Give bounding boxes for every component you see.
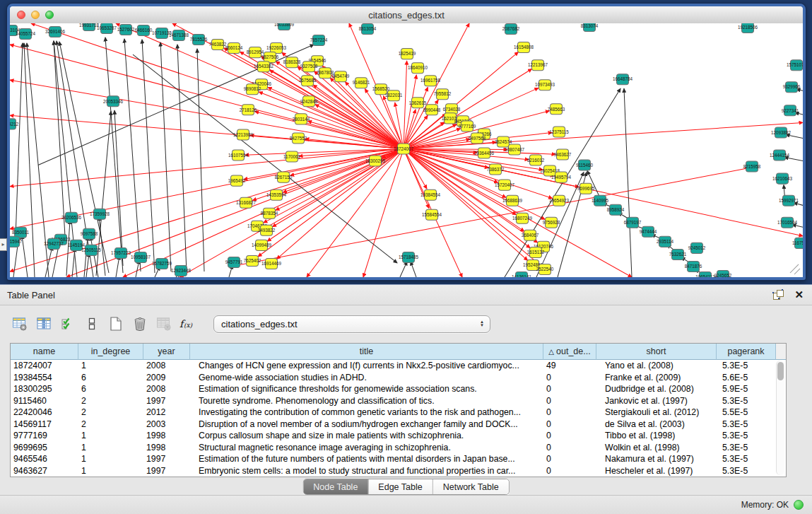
network-node[interactable]: 12375115 xyxy=(549,127,569,137)
table-row[interactable]: 946554611997Estimation of the future num… xyxy=(11,453,786,465)
network-node[interactable]: 9245012 xyxy=(688,243,706,253)
network-node[interactable]: 20053346 xyxy=(103,96,123,107)
column-header-name[interactable]: name xyxy=(11,344,78,360)
column-header-title[interactable]: title xyxy=(190,344,543,360)
table-row[interactable]: 911546021997Tourette syndrome. Phenomeno… xyxy=(11,395,786,407)
network-node[interactable]: 10653287 xyxy=(97,23,117,34)
red-edge[interactable] xyxy=(255,112,404,149)
table-row[interactable]: 1830029562008Estimation of significance … xyxy=(11,383,786,395)
column-header-out-de-[interactable]: △out_de... xyxy=(543,344,596,360)
black-edge[interactable] xyxy=(90,237,98,277)
network-node[interactable]: 9227341 xyxy=(782,105,799,116)
network-node[interactable]: 6466160 xyxy=(135,25,153,36)
black-edge[interactable] xyxy=(99,217,105,276)
red-edge[interactable] xyxy=(180,148,404,277)
network-node[interactable]: 8813054 xyxy=(359,24,377,35)
network-node[interactable]: 2087682 xyxy=(502,24,520,35)
network-node[interactable]: 3684067 xyxy=(522,230,539,240)
network-node[interactable]: 10688639 xyxy=(502,195,522,206)
network-node[interactable]: 14671388 xyxy=(169,30,189,41)
resize-grip[interactable] xyxy=(790,264,800,274)
network-node[interactable]: 9146821 xyxy=(353,78,370,88)
network-node[interactable]: 2522540 xyxy=(536,264,554,274)
red-edge[interactable] xyxy=(258,148,404,256)
network-node[interactable]: 32691406 xyxy=(45,27,65,37)
black-edge[interactable] xyxy=(624,88,632,277)
column-header-pagerank[interactable]: pagerank xyxy=(717,344,776,360)
network-node[interactable]: 12093882 xyxy=(771,127,791,138)
function-builder-button[interactable]: f (x) xyxy=(178,315,198,333)
network-node[interactable]: 16648784 xyxy=(613,74,632,85)
network-node[interactable]: 2718126 xyxy=(240,105,257,115)
table-row[interactable]: 1938455462009Genome-wide association stu… xyxy=(11,372,786,384)
network-node[interactable]: 1167533 xyxy=(792,238,803,248)
network-node[interactable]: 16033809 xyxy=(274,23,294,30)
network-node[interactable]: 8313074 xyxy=(581,23,599,32)
network-node[interactable]: 18640910 xyxy=(408,63,428,74)
create-column-button[interactable] xyxy=(106,315,126,333)
tab-network-table[interactable]: Network Table xyxy=(433,479,509,494)
tab-node-table[interactable]: Node Table xyxy=(303,479,367,494)
network-node[interactable]: 17016504 xyxy=(777,217,797,228)
black-edge[interactable] xyxy=(105,37,123,273)
network-node[interactable]: 7485663 xyxy=(548,104,565,115)
close-window-button[interactable] xyxy=(17,11,25,19)
network-node[interactable]: 1140995 xyxy=(592,195,609,206)
network-node[interactable]: 9245652 xyxy=(714,270,732,277)
select-columns-button[interactable] xyxy=(58,315,78,333)
network-node[interactable]: 8454749 xyxy=(332,71,350,82)
network-node[interactable]: 10973493 xyxy=(535,80,555,90)
network-node[interactable]: 16782759 xyxy=(152,258,172,269)
red-edge[interactable] xyxy=(10,148,404,186)
network-node[interactable]: 9329966 xyxy=(783,82,801,93)
tab-edge-table[interactable]: Edge Table xyxy=(367,479,432,494)
network-node[interactable]: 8990448 xyxy=(423,105,441,115)
network-node[interactable]: 7815526 xyxy=(190,35,208,45)
network-node[interactable]: 15584554 xyxy=(422,209,442,220)
network-node[interactable]: 7857224 xyxy=(310,35,328,46)
network-node[interactable]: 7955812 xyxy=(434,89,452,100)
network-node[interactable]: 2803144 xyxy=(293,114,310,124)
network-node[interactable]: 16154808 xyxy=(514,42,534,53)
network-node[interactable]: 19218506 xyxy=(738,23,758,33)
black-edge[interactable] xyxy=(16,43,23,238)
black-edge[interactable] xyxy=(177,45,187,273)
black-edge[interactable] xyxy=(22,235,28,277)
vertical-scrollbar[interactable] xyxy=(776,361,784,475)
network-node[interactable]: 9463627 xyxy=(554,149,572,160)
network-node[interactable]: 10654112 xyxy=(695,271,715,277)
network-node[interactable]: 8878354 xyxy=(261,208,278,218)
network-node[interactable]: 8186328 xyxy=(283,57,301,68)
table-row[interactable]: 1872400712008Changes of HCN gene express… xyxy=(11,360,786,372)
scrollbar-thumb[interactable] xyxy=(777,362,784,380)
column-header-year[interactable]: year xyxy=(143,344,190,360)
column-header-short[interactable]: short xyxy=(596,344,717,360)
row-height-button[interactable] xyxy=(82,315,102,333)
network-node[interactable]: 9115460 xyxy=(576,160,594,170)
network-window-titlebar[interactable]: citations_edges.txt xyxy=(10,6,803,24)
black-edge[interactable] xyxy=(86,253,89,277)
red-edge[interactable] xyxy=(172,23,404,148)
black-edge[interactable] xyxy=(114,110,123,266)
black-edge[interactable] xyxy=(142,40,155,273)
network-node[interactable]: 8958924 xyxy=(607,204,625,215)
black-edge[interactable] xyxy=(400,262,407,277)
table-row[interactable]: 969969511998Structural magnetic resonanc… xyxy=(11,442,786,454)
table-row[interactable]: 946362711997Embryonic stem cells: a mode… xyxy=(11,465,786,477)
network-node[interactable]: 2935114 xyxy=(657,236,674,247)
red-edge[interactable] xyxy=(259,92,404,149)
network-node[interactable]: 8471876 xyxy=(685,261,702,271)
column-header-in-degree[interactable]: in_degree xyxy=(78,344,143,360)
network-node[interactable]: 15718485 xyxy=(399,252,418,262)
black-edge[interactable] xyxy=(411,262,416,277)
network-node[interactable]: 17359928 xyxy=(90,209,110,219)
network-node[interactable]: 19384554 xyxy=(420,189,440,200)
network-node[interactable]: 8215958 xyxy=(743,161,761,172)
red-edge[interactable] xyxy=(10,148,404,271)
table-selector-dropdown[interactable]: citations_edges.txt ▲▼ xyxy=(213,315,490,333)
network-node[interactable]: 15751074 xyxy=(787,60,803,71)
zoom-window-button[interactable] xyxy=(45,11,54,19)
table-row[interactable]: 977716911998Corpus callosum shape and si… xyxy=(11,430,786,442)
network-node[interactable]: 9242848 xyxy=(300,96,318,107)
network-canvas[interactable]: 8813104140557243269140619931718106532871… xyxy=(10,23,803,277)
